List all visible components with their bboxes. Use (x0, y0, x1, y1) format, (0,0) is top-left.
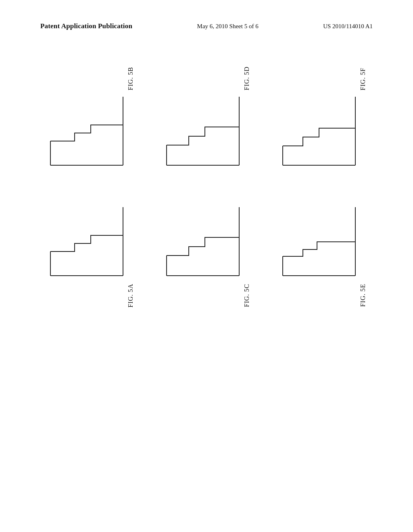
fig5f-svg-wrapper (279, 93, 359, 171)
figure-5f: FIG. 5F (279, 68, 367, 171)
page: Patent Application Publication May 6, 20… (0, 0, 413, 532)
fig5a-diagram (46, 203, 127, 280)
figure-5b: FIG. 5B (46, 67, 134, 171)
fig5a-label: FIG. 5A (127, 284, 134, 308)
fig5f-diagram (279, 93, 359, 169)
top-row: FIG. 5B FIG. 5D (46, 66, 367, 171)
bottom-row: FIG. 5A FIG. 5C (46, 203, 367, 308)
figure-5e: FIG. 5E (279, 203, 367, 307)
fig5f-label: FIG. 5F (359, 68, 367, 90)
fig5b-svg-wrapper (46, 93, 127, 171)
fig5d-diagram (163, 93, 243, 169)
header: Patent Application Publication May 6, 20… (0, 0, 413, 30)
fig5c-label: FIG. 5C (243, 284, 250, 307)
figures-area: FIG. 5B FIG. 5D (0, 66, 413, 308)
figure-5d: FIG. 5D (163, 66, 250, 171)
fig5c-diagram (163, 203, 243, 280)
fig5e-svg-wrapper (279, 203, 359, 281)
fig5e-label: FIG. 5E (359, 284, 367, 307)
fig5e-diagram (279, 203, 359, 280)
fig5d-label: FIG. 5D (243, 66, 250, 90)
figure-5c: FIG. 5C (163, 203, 250, 307)
fig5b-diagram (46, 93, 127, 169)
date-sheet-label: May 6, 2010 Sheet 5 of 6 (197, 23, 259, 30)
fig5b-label: FIG. 5B (127, 67, 134, 90)
fig5a-svg-wrapper (46, 203, 127, 281)
publication-label: Patent Application Publication (40, 22, 132, 30)
fig5c-svg-wrapper (163, 203, 243, 281)
patent-number-label: US 2010/114010 A1 (323, 23, 373, 30)
fig5d-svg-wrapper (163, 93, 243, 171)
figure-5a: FIG. 5A (46, 203, 134, 308)
